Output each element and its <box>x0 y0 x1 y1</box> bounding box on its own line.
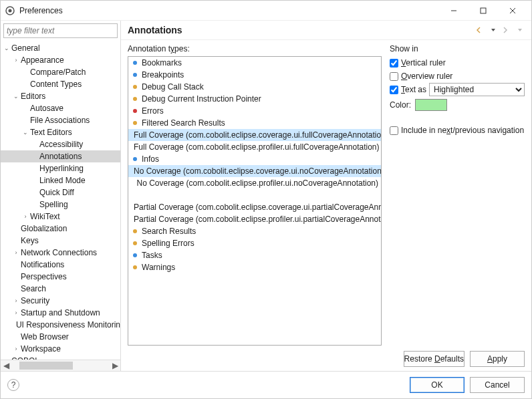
tree-item[interactable]: File Associations <box>1 114 120 126</box>
ok-button[interactable]: OK <box>410 377 464 393</box>
tree-item[interactable]: Compare/Patch <box>1 66 120 78</box>
filter-input[interactable] <box>3 23 118 38</box>
tree-item[interactable]: ›COBOL <box>1 355 120 360</box>
annotation-item[interactable]: Filtered Search Results <box>128 117 381 129</box>
annotation-item[interactable]: Tasks <box>128 249 381 261</box>
annotation-item[interactable]: Infos <box>128 153 381 165</box>
tree-item[interactable]: ›Network Connections <box>1 247 120 259</box>
tree-item[interactable]: Autosave <box>1 102 120 114</box>
close-button[interactable] <box>498 1 527 20</box>
tree-item[interactable]: ⌄General <box>1 42 120 54</box>
tree-item[interactable]: Search <box>1 283 120 295</box>
tree-item[interactable]: Keys <box>1 235 120 247</box>
tree-item[interactable]: UI Responsiveness Monitorin <box>1 319 120 331</box>
annotation-item-label: Partial Coverage (com.cobolit.eclipse.pr… <box>134 215 382 224</box>
dropdown2-icon[interactable] <box>515 25 525 35</box>
annotation-item[interactable]: Errors <box>128 105 381 117</box>
collapsed-icon[interactable]: › <box>13 297 19 304</box>
tree-item[interactable]: Annotations <box>1 150 120 162</box>
tree-item[interactable]: Hyperlinking <box>1 162 120 174</box>
svg-point-13 <box>133 229 137 233</box>
forward-icon[interactable] <box>502 25 511 35</box>
annotation-item-label: Debug Current Instruction Pointer <box>142 94 261 104</box>
include-navigation-label[interactable]: Include in next/previous navigation <box>401 126 524 135</box>
scrollbar-thumb[interactable] <box>19 362 73 370</box>
annotation-item[interactable]: Partial Coverage (com.cobolit.eclipse.pr… <box>128 213 381 225</box>
annotation-item[interactable]: Full Coverage (com.cobolit.eclipse.cover… <box>128 129 381 141</box>
restore-defaults-button[interactable]: Restore Defaults <box>404 351 464 367</box>
tree-item-label: Globalization <box>19 224 67 233</box>
preferences-tree[interactable]: ⌄General›AppearanceCompare/PatchContent … <box>1 41 120 360</box>
annotation-item[interactable]: Search Results <box>128 225 381 237</box>
tree-item-label: Workspace <box>19 344 61 354</box>
vertical-ruler-checkbox[interactable] <box>390 59 398 68</box>
tree-item[interactable]: ›Appearance <box>1 54 120 66</box>
tree-item[interactable]: ›Workspace <box>1 343 120 355</box>
horizontal-scrollbar[interactable]: ◀ ▶ <box>1 360 120 371</box>
apply-button[interactable]: Apply <box>470 351 525 367</box>
tree-item[interactable]: Globalization <box>1 223 120 235</box>
annotation-item[interactable]: Breakpoints <box>128 69 381 81</box>
annotation-icon <box>131 179 134 187</box>
annotation-icon <box>131 227 139 235</box>
annotation-types-list[interactable]: BookmarksBreakpointsDebug Call StackDebu… <box>128 56 382 346</box>
color-label: Color: <box>390 100 411 110</box>
annotation-item[interactable]: No Coverage (com.cobolit.eclipse.profile… <box>128 177 381 189</box>
scroll-right-icon[interactable]: ▶ <box>110 361 120 370</box>
text-as-label[interactable]: Text as <box>401 85 426 94</box>
annotation-item[interactable]: Warnings <box>128 261 381 273</box>
tree-item[interactable]: Content Types <box>1 78 120 90</box>
cancel-button[interactable]: Cancel <box>470 377 525 393</box>
dropdown-icon[interactable] <box>489 25 498 35</box>
tree-item[interactable]: ›WikiText <box>1 211 120 223</box>
back-icon[interactable] <box>475 25 485 35</box>
tree-item-label: Perspectives <box>19 272 67 281</box>
svg-point-10 <box>133 109 137 113</box>
overview-ruler-label[interactable]: Overview ruler <box>401 72 452 81</box>
collapsed-icon[interactable]: › <box>13 309 19 316</box>
annotation-item[interactable]: Spelling Errors <box>128 237 381 249</box>
collapsed-icon[interactable]: › <box>13 346 19 352</box>
text-as-select[interactable]: Highlighted <box>429 83 525 96</box>
annotation-item[interactable]: Debug Current Instruction Pointer <box>128 93 381 105</box>
tree-item-label: Appearance <box>19 55 64 65</box>
tree-item-label: Startup and Shutdown <box>19 308 100 317</box>
vertical-ruler-label[interactable]: Vertical ruler <box>401 58 446 68</box>
tree-item[interactable]: Notifications <box>1 259 120 271</box>
minimize-button[interactable] <box>439 1 469 20</box>
tree-item[interactable]: ⌄Text Editors <box>1 126 120 138</box>
tree-item[interactable]: Quick Diff <box>1 186 120 198</box>
annotation-item-label: Filtered Search Results <box>142 118 225 128</box>
overview-ruler-checkbox[interactable] <box>390 72 398 81</box>
annotation-item-label: Tasks <box>142 251 162 260</box>
help-icon[interactable]: ? <box>7 379 19 391</box>
tree-item[interactable]: Accessibility <box>1 138 120 150</box>
collapsed-icon[interactable]: › <box>22 213 29 220</box>
annotation-icon <box>131 263 139 271</box>
expanded-icon[interactable]: ⌄ <box>3 45 10 51</box>
tree-item[interactable]: ›Security <box>1 295 120 307</box>
annotation-item-label: No Coverage (com.cobolit.eclipse.profile… <box>136 178 378 188</box>
annotation-item[interactable]: Partial Coverage (com.cobolit.eclipse.co… <box>128 201 381 213</box>
annotation-item[interactable]: Bookmarks <box>128 57 381 69</box>
include-navigation-checkbox[interactable] <box>390 126 398 135</box>
collapsed-icon[interactable]: › <box>13 249 19 256</box>
text-as-checkbox[interactable] <box>390 86 398 94</box>
tree-item[interactable]: Linked Mode <box>1 174 120 186</box>
tree-item[interactable]: Spelling <box>1 198 120 211</box>
maximize-button[interactable] <box>469 1 498 20</box>
collapsed-icon[interactable]: › <box>13 57 19 63</box>
annotation-item[interactable]: Full Coverage (com.cobolit.eclipse.profi… <box>128 141 381 153</box>
annotation-item[interactable]: No Coverage (com.cobolit.eclipse.coverag… <box>128 165 381 177</box>
annotation-item[interactable]: Debug Call Stack <box>128 81 381 93</box>
color-swatch[interactable] <box>415 99 447 111</box>
content-header: Annotations <box>121 21 531 40</box>
scroll-left-icon[interactable]: ◀ <box>1 361 11 370</box>
tree-item[interactable]: ⌄Editors <box>1 90 120 102</box>
expanded-icon[interactable]: ⌄ <box>13 93 19 100</box>
tree-item[interactable]: Web Browser <box>1 331 120 343</box>
show-in-label: Show in <box>390 44 525 53</box>
expanded-icon[interactable]: ⌄ <box>22 129 29 136</box>
tree-item[interactable]: ›Startup and Shutdown <box>1 307 120 319</box>
tree-item[interactable]: Perspectives <box>1 271 120 283</box>
